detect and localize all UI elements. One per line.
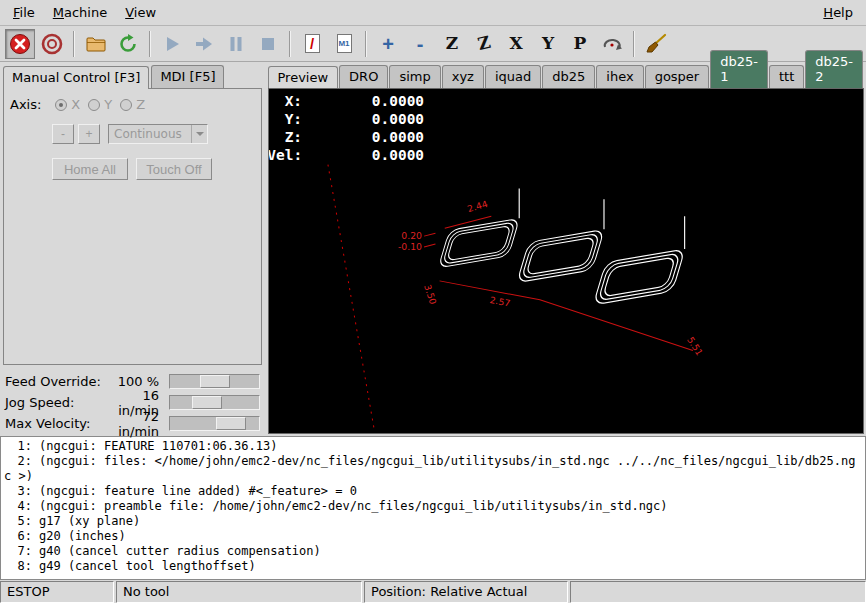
- tab-iquad[interactable]: iquad: [485, 65, 541, 88]
- zoom-out-button[interactable]: -: [405, 29, 435, 59]
- tab-dro[interactable]: DRO: [339, 65, 388, 88]
- jog-plus-button[interactable]: +: [78, 124, 100, 144]
- toolpath-part-3: [593, 216, 685, 305]
- toolbar-separator: [73, 31, 75, 57]
- status-machine-state: ESTOP: [0, 581, 114, 603]
- estop-button[interactable]: [5, 29, 35, 59]
- menu-machine[interactable]: Machine: [44, 2, 116, 23]
- view-y-button[interactable]: Y: [533, 29, 563, 59]
- preview-viewport[interactable]: X: 0.0000 Y: 0.0000 Z: 0.0000 Vel: 0.000…: [268, 88, 865, 434]
- touch-off-button[interactable]: Touch Off: [136, 158, 212, 180]
- axis-radio-x[interactable]: X: [55, 97, 80, 112]
- gcode-line-text: (ngcgui: feature line added) #<_feature>…: [39, 484, 357, 498]
- gcode-line[interactable]: 5:g17 (xy plane): [4, 514, 862, 529]
- gcode-line[interactable]: 2:(ngcgui: files: </home/john/emc2-dev/n…: [4, 454, 862, 484]
- machine-power-button[interactable]: [37, 29, 67, 59]
- gcode-line[interactable]: 6:g20 (inches): [4, 529, 862, 544]
- gcode-line-number: 1:: [4, 439, 32, 454]
- open-file-button[interactable]: [81, 29, 111, 59]
- tab-xyz[interactable]: xyz: [442, 65, 484, 88]
- jog-speed-slider[interactable]: [169, 395, 260, 410]
- tab-gosper[interactable]: gosper: [645, 65, 710, 88]
- gcode-line-text: (ngcgui: files: </home/john/emc2-dev/nc_…: [4, 454, 855, 483]
- view-z-button[interactable]: Z: [437, 29, 467, 59]
- dim-label: 2.57: [488, 295, 510, 308]
- home-all-button[interactable]: Home All: [52, 158, 128, 180]
- toggle-optional-pause-button[interactable]: M1: [329, 29, 359, 59]
- toolbar-separator: [149, 31, 151, 57]
- axis-radio-z[interactable]: Z: [120, 97, 145, 112]
- axis-radio-z-label: Z: [136, 97, 145, 112]
- gcode-line-number: 2:: [4, 454, 32, 469]
- tab-ihex[interactable]: ihex: [596, 65, 643, 88]
- zoom-in-button[interactable]: +: [373, 29, 403, 59]
- tab-db25-2[interactable]: db25-2: [805, 50, 863, 88]
- pause-button[interactable]: [221, 29, 251, 59]
- dro-readout: X: 0.0000 Y: 0.0000 Z: 0.0000 Vel: 0.000…: [269, 93, 424, 162]
- tab-simp[interactable]: simp: [389, 65, 440, 88]
- gcode-listing[interactable]: 1:(ngcgui: FEATURE 110701:06.36.13) 2:(n…: [0, 436, 866, 580]
- zoom-out-icon: -: [417, 34, 424, 54]
- dim-label: 3.50: [422, 284, 438, 306]
- menu-view[interactable]: View: [116, 2, 165, 23]
- preview-panel: Preview DRO simp xyz iquad db25 ihex gos…: [264, 62, 866, 436]
- axis-radio-x-label: X: [71, 97, 80, 112]
- stop-button[interactable]: [253, 29, 283, 59]
- chevron-down-icon: [191, 125, 207, 143]
- gcode-line-text: (ngcgui: FEATURE 110701:06.36.13): [39, 439, 277, 453]
- view-perspective-button[interactable]: P: [565, 29, 595, 59]
- axis-radio-y[interactable]: Y: [88, 97, 112, 112]
- gcode-line[interactable]: 7:g40 (cancel cutter radius compensation…: [4, 544, 862, 559]
- tab-db25-1[interactable]: db25-1: [710, 50, 768, 88]
- tab-ttt[interactable]: ttt: [769, 65, 804, 88]
- dimension-labels: 2.44 0.20 -0.10 3.50 2.57 5.51: [397, 199, 704, 358]
- toggle-skip-lines-button[interactable]: /: [297, 29, 327, 59]
- dro-z-value: 0.0000: [371, 129, 423, 145]
- max-velocity-value: 72 in/min: [101, 409, 169, 439]
- optional-pause-icon: M1: [337, 34, 352, 53]
- run-icon: [161, 33, 183, 55]
- menu-file[interactable]: File: [4, 2, 44, 23]
- statusbar: ESTOP No tool Position: Relative Actual: [0, 580, 866, 603]
- feed-override-slider[interactable]: [169, 374, 260, 389]
- tab-manual-control[interactable]: Manual Control [F3]: [3, 66, 149, 89]
- view-x-icon: X: [509, 35, 522, 52]
- gcode-line-text: g49 (cancel tool lengthoffset): [39, 559, 256, 573]
- gcode-line-text: (ngcgui: preamble file: /home/john/emc2-…: [39, 499, 668, 513]
- reload-button[interactable]: [113, 29, 143, 59]
- tab-preview[interactable]: Preview: [268, 66, 339, 89]
- view-y-icon: Y: [542, 35, 554, 52]
- jog-mode-select[interactable]: Continuous: [108, 124, 208, 144]
- slider-handle[interactable]: [200, 375, 230, 388]
- menu-help[interactable]: Help: [814, 2, 862, 23]
- machine-power-icon: [41, 33, 63, 55]
- axis-selector-row: Axis: X Y Z: [10, 97, 255, 112]
- gcode-line[interactable]: 3:(ngcgui: feature line added) #<_featur…: [4, 484, 862, 499]
- slider-handle[interactable]: [192, 396, 222, 409]
- dro-x-label: X:: [284, 93, 301, 109]
- override-sliders: Feed Override: 100 % Jog Speed: 16 in/mi…: [3, 371, 262, 434]
- manual-control-panel: Manual Control [F3] MDI [F5] Axis: X Y Z: [0, 62, 264, 436]
- status-filler: [570, 581, 866, 603]
- tab-mdi[interactable]: MDI [F5]: [151, 65, 224, 88]
- preview-canvas[interactable]: X: 0.0000 Y: 0.0000 Z: 0.0000 Vel: 0.000…: [269, 89, 864, 433]
- tab-db25[interactable]: db25: [542, 65, 595, 88]
- max-velocity-slider[interactable]: [169, 416, 260, 431]
- gcode-line[interactable]: 4:(ngcgui: preamble file: /home/john/emc…: [4, 499, 862, 514]
- rotate-view-button[interactable]: [597, 29, 627, 59]
- stop-icon: [257, 33, 279, 55]
- view-z-rotated-button[interactable]: Z: [469, 29, 499, 59]
- gcode-line-number: 8:: [4, 559, 32, 574]
- status-position-mode: Position: Relative Actual: [364, 581, 568, 603]
- clear-plot-button[interactable]: [641, 29, 671, 59]
- view-x-button[interactable]: X: [501, 29, 531, 59]
- max-velocity-row: Max Velocity: 72 in/min: [3, 413, 262, 434]
- zoom-in-icon: +: [382, 34, 394, 54]
- gcode-line[interactable]: 8:g49 (cancel tool lengthoffset): [4, 559, 862, 574]
- step-button[interactable]: [189, 29, 219, 59]
- jog-minus-button[interactable]: -: [52, 124, 74, 144]
- slider-handle[interactable]: [216, 417, 246, 430]
- reload-icon: [117, 33, 139, 55]
- run-button[interactable]: [157, 29, 187, 59]
- gcode-line[interactable]: 1:(ngcgui: FEATURE 110701:06.36.13): [4, 439, 862, 454]
